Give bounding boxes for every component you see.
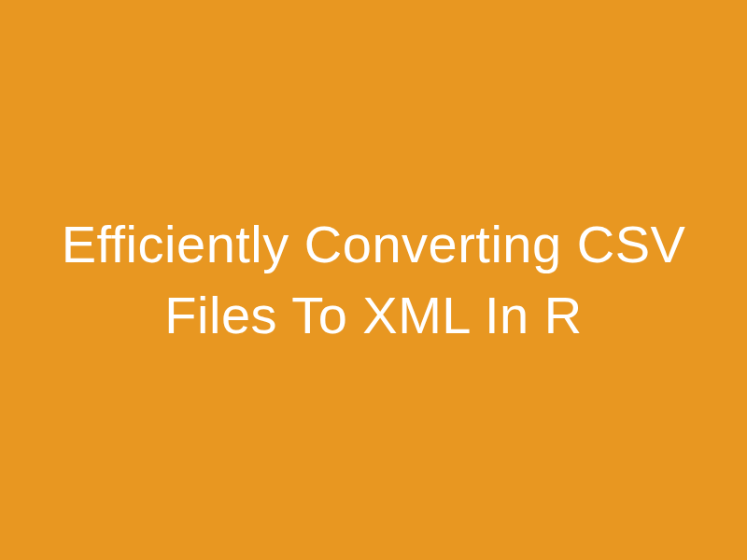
title-container: Efficiently Converting CSV Files To XML … [0, 209, 747, 350]
page-title: Efficiently Converting CSV Files To XML … [37, 209, 710, 350]
